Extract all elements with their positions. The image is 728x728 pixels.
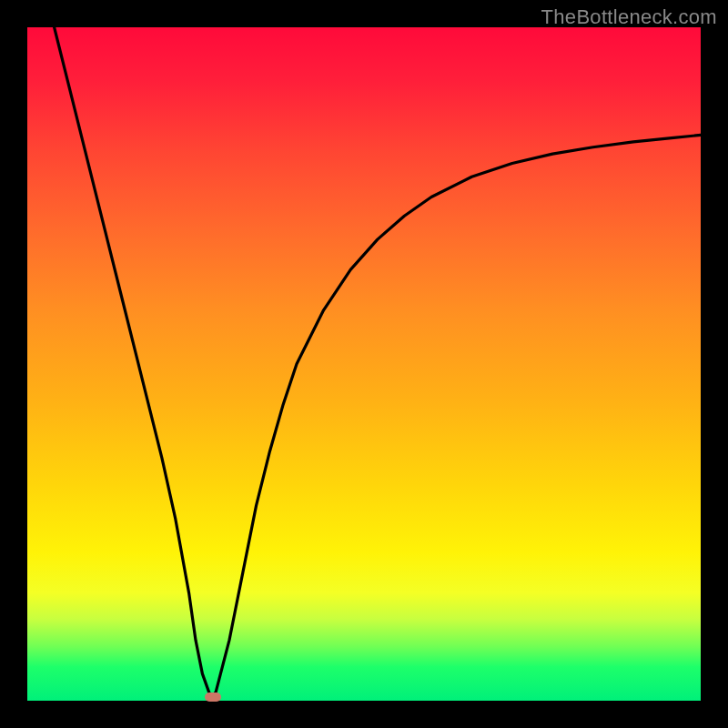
attribution-text: TheBottleneck.com <box>541 5 717 29</box>
plot-area <box>27 27 701 701</box>
minimum-marker <box>205 693 221 702</box>
bottleneck-curve <box>27 27 701 701</box>
chart-frame: TheBottleneck.com <box>0 0 728 728</box>
